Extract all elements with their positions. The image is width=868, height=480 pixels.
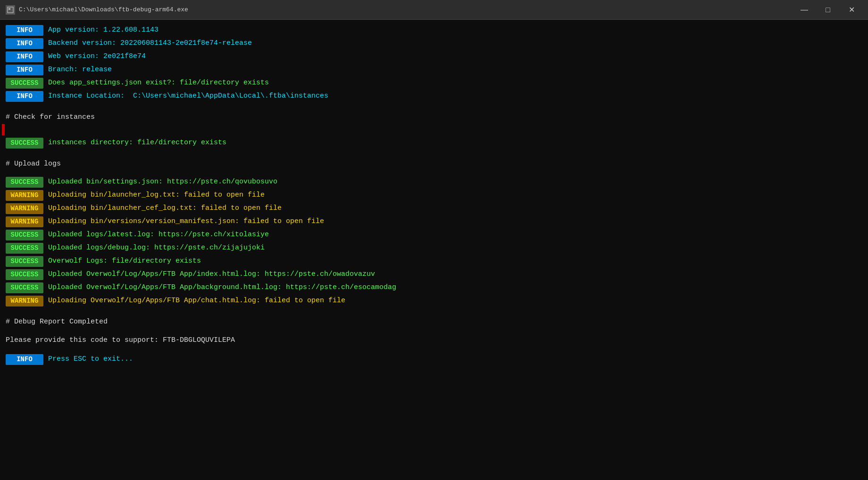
badge-warning: WARNING — [6, 216, 43, 227]
badge-warning: WARNING — [6, 203, 43, 214]
log-text: Uploaded Overwolf/Log/Apps/FTB App/index… — [48, 269, 375, 280]
log-line: SUCCESS Uploaded Overwolf/Log/Apps/FTB A… — [2, 268, 866, 281]
badge-info: INFO — [6, 354, 43, 365]
log-text: Uploaded logs/debug.log: https://pste.ch… — [48, 243, 265, 254]
log-line: SUCCESS Uploaded logs/latest.log: https:… — [2, 228, 866, 241]
badge-success: SUCCESS — [6, 243, 43, 254]
log-text: App version: 1.22.608.1143 — [48, 25, 159, 36]
log-line: INFO App version: 1.22.608.1143 — [2, 24, 866, 37]
log-line: SUCCESS Overwolf Logs: file/directory ex… — [2, 255, 866, 268]
log-text: Uploading bin/launcher_log.txt: failed t… — [48, 190, 265, 201]
log-line: WARNING Uploading bin/launcher_log.txt: … — [2, 189, 866, 202]
badge-info: INFO — [6, 91, 43, 102]
section-comment: # Debug Report Completed — [2, 313, 866, 328]
log-line: WARNING Uploading bin/versions/version_m… — [2, 215, 866, 228]
log-line: INFO Web version: 2e021f8e74 — [2, 50, 866, 63]
log-line: WARNING Uploading bin/launcher_cef_log.t… — [2, 202, 866, 215]
spacer — [2, 366, 866, 372]
app-icon — [6, 5, 15, 15]
log-text: Uploading bin/launcher_cef_log.txt: fail… — [48, 203, 282, 214]
log-line: INFO Instance Location: C:\Users\michael… — [2, 90, 866, 103]
badge-info: INFO — [6, 25, 43, 36]
log-line: SUCCESS Does app_settings.json exist?: f… — [2, 76, 866, 90]
log-text: Backend version: 202206081143-2e021f8e74… — [48, 38, 252, 49]
console-output: INFO App version: 1.22.608.1143 INFO Bac… — [0, 20, 868, 480]
log-text: Web version: 2e021f8e74 — [48, 51, 146, 62]
maximize-button[interactable]: □ — [817, 3, 839, 17]
badge-success: SUCCESS — [6, 138, 43, 149]
spacer — [2, 103, 866, 108]
badge-success: SUCCESS — [6, 269, 43, 280]
badge-success: SUCCESS — [6, 256, 43, 267]
window-controls[interactable]: — □ ✕ — [793, 3, 862, 17]
section-comment: # Upload logs — [2, 155, 866, 170]
window-title: C:\Users\michael\Downloads\ftb-debug-arm… — [19, 6, 793, 13]
support-code-line: Please provide this code to support: FTB… — [2, 333, 866, 347]
log-line: SUCCESS instances directory: file/direct… — [2, 136, 866, 149]
log-text: Uploading Overwolf/Log/Apps/FTB App/chat… — [48, 296, 345, 306]
log-text: Uploaded logs/latest.log: https://pste.c… — [48, 230, 269, 240]
badge-success: SUCCESS — [6, 282, 43, 293]
red-indicator — [2, 124, 5, 135]
log-line: INFO Branch: release — [2, 63, 866, 76]
spacer — [2, 307, 866, 313]
svg-rect-1 — [8, 8, 10, 10]
badge-success: SUCCESS — [6, 78, 43, 89]
badge-info: INFO — [6, 38, 43, 49]
exit-text: Press ESC to exit... — [48, 354, 133, 365]
log-text: Uploading bin/versions/version_manifest.… — [48, 216, 324, 227]
log-text: Branch: release — [48, 65, 112, 75]
badge-info: INFO — [6, 65, 43, 75]
badge-warning: WARNING — [6, 190, 43, 201]
log-line: WARNING Uploading Overwolf/Log/Apps/FTB … — [2, 294, 866, 307]
log-line: INFO Backend version: 202206081143-2e021… — [2, 37, 866, 50]
main-window: C:\Users\michael\Downloads\ftb-debug-arm… — [0, 0, 868, 480]
log-line: SUCCESS Uploaded logs/debug.log: https:/… — [2, 241, 866, 255]
spacer — [2, 347, 866, 353]
log-text: Uploaded Overwolf/Log/Apps/FTB App/backg… — [48, 282, 396, 293]
title-bar: C:\Users\michael\Downloads\ftb-debug-arm… — [0, 0, 868, 20]
log-text: Uploaded bin/settings.json: https://pste… — [48, 177, 277, 188]
exit-line: INFO Press ESC to exit... — [2, 353, 866, 366]
spacer — [2, 328, 866, 333]
minimize-button[interactable]: — — [793, 3, 815, 17]
spacer — [2, 170, 866, 175]
log-text: Does app_settings.json exist?: file/dire… — [48, 78, 269, 89]
badge-success: SUCCESS — [6, 230, 43, 240]
badge-warning: WARNING — [6, 296, 43, 306]
badge-info: INFO — [6, 51, 43, 62]
log-text: instances directory: file/directory exis… — [48, 138, 226, 149]
section-comment: # Check for instances — [2, 108, 866, 123]
log-line: SUCCESS Uploaded bin/settings.json: http… — [2, 175, 866, 189]
log-text: Instance Location: C:\Users\michael\AppD… — [48, 91, 328, 102]
badge-success: SUCCESS — [6, 177, 43, 188]
close-button[interactable]: ✕ — [841, 3, 862, 17]
log-line: SUCCESS Uploaded Overwolf/Log/Apps/FTB A… — [2, 281, 866, 294]
spacer — [2, 149, 866, 155]
log-text: Overwolf Logs: file/directory exists — [48, 256, 201, 267]
